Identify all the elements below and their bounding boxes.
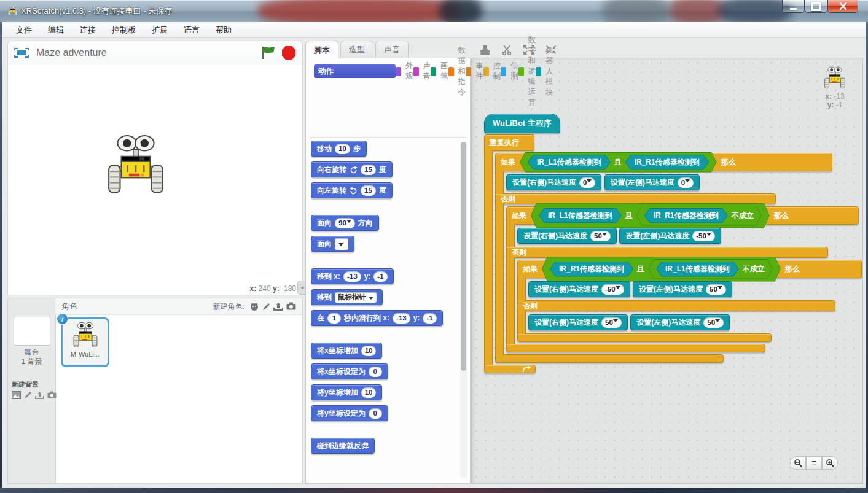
zoom-out-button[interactable] (790, 456, 806, 470)
hat-block-main-program[interactable]: WuLiBot 主程序 (484, 114, 560, 133)
if-else-block-2[interactable]: 如果 IR_L1传感器检测到 且 IR_R1传感器检测到 不成立 (506, 206, 862, 352)
menu-extensions[interactable]: 扩展 (144, 25, 176, 36)
block-turn-left[interactable]: 向左旋转 15 度 (311, 182, 393, 198)
category-motion[interactable]: 动作 (314, 64, 396, 78)
upload-icon[interactable] (35, 391, 44, 399)
sensor-ir-l1[interactable]: IR_L1传感器检测到 (528, 155, 611, 170)
and-operator[interactable]: IR_L1传感器检测到 且 IR_R1传感器检测到 (520, 152, 717, 173)
else-bar[interactable]: 否则 (517, 300, 835, 311)
forever-footer[interactable] (484, 365, 536, 373)
speed-dropdown[interactable]: 0 (579, 177, 595, 188)
block-move-steps[interactable]: 移动 10 步 (311, 141, 367, 157)
target-dropdown[interactable] (335, 238, 348, 250)
camera-icon[interactable] (286, 302, 296, 310)
block-change-x[interactable]: 将x坐标增加 10 (311, 343, 382, 359)
sensor-ir-r1[interactable]: IR_R1传感器检测到 (550, 262, 633, 277)
number-input[interactable]: 0 (369, 408, 382, 419)
not-operator[interactable]: IR_L1传感器检测到 不成立 (648, 259, 773, 279)
close-button[interactable] (827, 0, 858, 13)
speed-dropdown[interactable]: 50 (706, 284, 726, 295)
menu-language[interactable]: 语言 (176, 25, 208, 36)
number-input[interactable]: -1 (423, 313, 436, 324)
category-sound[interactable]: 声音 (413, 64, 431, 78)
speed-dropdown[interactable]: -50 (601, 284, 624, 295)
tab-scripts[interactable]: 脚本 (305, 41, 338, 59)
block-set-right-motor[interactable]: 设置(右侧)马达速度 50 (517, 228, 617, 244)
fullscreen-icon[interactable] (14, 47, 29, 58)
upload-icon[interactable] (273, 302, 283, 311)
number-input[interactable]: 15 (361, 165, 376, 175)
block-set-left-motor[interactable]: 设置(左侧)马达速度 0 (604, 174, 700, 190)
category-pen[interactable]: 画笔 (431, 64, 448, 78)
number-input[interactable]: 1 (327, 313, 341, 324)
sensor-ir-r1[interactable]: IR_R1传感器检测到 (644, 208, 728, 223)
category-looks[interactable]: 外观 (396, 64, 413, 78)
paintbrush-icon[interactable] (262, 302, 270, 311)
block-goto-xy[interactable]: 移到 x: -13 y: -1 (311, 268, 394, 284)
block-point-direction[interactable]: 面向 90 方向 (311, 215, 379, 231)
number-input[interactable]: -13 (393, 313, 410, 324)
title-bar[interactable]: XRScratch(v1.6.3) - 没有连接串口 - 未保存 (0, 0, 868, 22)
number-input[interactable]: -13 (343, 271, 361, 282)
maximize-button[interactable] (805, 0, 827, 13)
block-glide[interactable]: 在 1 秒内滑行到 x: -13 y: -1 (311, 310, 443, 326)
picture-icon[interactable] (12, 391, 21, 399)
if-else-block-1[interactable]: 如果 IR_L1传感器检测到 且 IR_R1传感器检测到 那么 (495, 153, 862, 363)
sprite-library-icon[interactable] (249, 302, 259, 311)
palette-scrollbar-thumb[interactable] (461, 142, 466, 371)
block-point-towards[interactable]: 面向 (311, 236, 354, 252)
block-goto-mouse[interactable]: 移到 鼠标指针 (311, 289, 383, 305)
block-set-right-motor[interactable]: 设置(右侧)马达速度 50 (528, 314, 628, 330)
palette-scrollbar[interactable] (460, 142, 467, 478)
block-bounce-on-edge[interactable]: 碰到边缘就反弹 (311, 438, 375, 454)
sensor-ir-l1[interactable]: IR_L1传感器检测到 (539, 208, 622, 223)
camera-icon[interactable] (47, 391, 57, 398)
tab-costumes[interactable]: 造型 (340, 41, 373, 58)
category-data[interactable]: 数据和指令 (448, 64, 466, 78)
menu-connect[interactable]: 连接 (72, 25, 104, 36)
paintbrush-icon[interactable] (24, 391, 32, 399)
speed-dropdown[interactable]: 50 (590, 231, 611, 241)
category-operators[interactable]: 数字和逻辑运算 (518, 64, 536, 78)
if-footer[interactable] (495, 354, 724, 363)
green-flag-icon[interactable] (260, 45, 276, 60)
wulibot-sprite[interactable] (104, 133, 167, 197)
speed-dropdown[interactable]: -50 (692, 231, 715, 241)
menu-help[interactable]: 帮助 (208, 25, 240, 36)
else-bar[interactable]: 否则 (495, 193, 776, 204)
script-stack[interactable]: WuLiBot 主程序 重复执行 如果 IR_L1传感器检测到 且 (484, 114, 862, 373)
menu-board[interactable]: 控制板 (104, 25, 144, 36)
block-set-left-motor[interactable]: 设置(左侧)马达速度 -50 (619, 228, 721, 244)
zoom-in-button[interactable] (822, 456, 838, 470)
menu-file[interactable]: 文件 (8, 25, 40, 36)
if-header[interactable]: 如果 IR_L1传感器检测到 且 IR_R1传感器检测到 那么 (495, 153, 832, 171)
forever-block[interactable]: 重复执行 如果 IR_L1传感器检测到 且 IR_R1传感器检测到 (484, 134, 862, 373)
zoom-reset-button[interactable]: = (806, 456, 822, 470)
script-area[interactable]: x: -13 y: -1 WuLiBot 主程序 重复执行 如果 IR_L (471, 58, 863, 484)
block-set-y[interactable]: 将y坐标设定为 0 (311, 405, 388, 421)
if-header[interactable]: 如果 IR_L1传感器检测到 且 IR_R1传感器检测到 不成立 (506, 206, 859, 225)
menu-edit[interactable]: 编辑 (40, 25, 72, 36)
forever-header[interactable]: 重复执行 (484, 134, 534, 151)
speed-dropdown[interactable]: 0 (678, 177, 694, 188)
block-set-left-motor[interactable]: 设置(左侧)马达速度 50 (633, 281, 732, 297)
sprite-card-mwulibot[interactable]: i M-WuLi... (61, 317, 109, 367)
category-control[interactable]: 控制 (483, 64, 501, 78)
number-input[interactable]: 10 (361, 387, 377, 398)
target-dropdown[interactable]: 鼠标指针 (335, 292, 377, 303)
scissors-icon[interactable] (500, 43, 514, 56)
block-set-x[interactable]: 将x坐标设定为 0 (311, 363, 388, 379)
block-change-y[interactable]: 将y坐标增加 10 (311, 384, 382, 400)
number-input[interactable]: -1 (373, 271, 387, 282)
number-input[interactable]: 0 (369, 367, 382, 377)
not-operator[interactable]: IR_R1传感器检测到 不成立 (636, 206, 762, 226)
category-sensing[interactable]: 侦测 (501, 64, 518, 78)
block-set-left-motor[interactable]: 设置(左侧)马达速度 50 (630, 314, 730, 330)
stamp-icon[interactable] (478, 43, 491, 56)
category-robot[interactable]: 机器人模块 (536, 64, 553, 78)
block-turn-right[interactable]: 向右旋转 15 度 (311, 161, 393, 177)
if-footer[interactable] (517, 333, 772, 342)
number-input[interactable]: 10 (361, 346, 377, 356)
stage-selector[interactable]: 舞台 1 背景 新建背景 (8, 298, 56, 483)
tab-sounds[interactable]: 声音 (375, 41, 409, 58)
